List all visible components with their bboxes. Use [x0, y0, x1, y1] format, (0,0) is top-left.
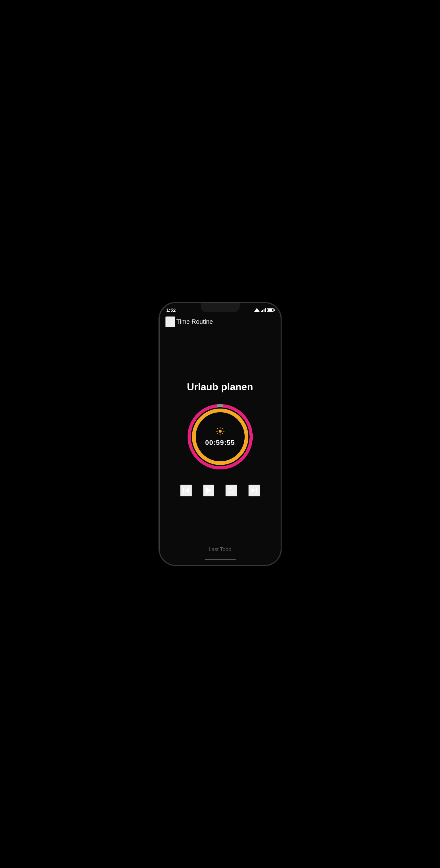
- status-right-icons: [254, 308, 274, 312]
- home-indicator[interactable]: [205, 559, 236, 560]
- phone-frame: 1:52: [160, 303, 281, 565]
- battery-icon: [267, 308, 274, 312]
- sun-icon: [215, 427, 224, 437]
- phone-screen: 1:52: [160, 303, 281, 565]
- svg-rect-5: [261, 311, 262, 312]
- replay-icon: [228, 487, 235, 494]
- svg-line-17: [217, 428, 218, 429]
- signal-icon: [254, 308, 260, 312]
- last-todo-label: Last Todo: [209, 547, 231, 553]
- next-button[interactable]: [248, 485, 260, 496]
- prev-button[interactable]: [180, 485, 192, 496]
- svg-marker-4: [254, 308, 260, 312]
- prev-icon: [183, 487, 190, 494]
- svg-marker-26: [251, 488, 256, 493]
- timer-center: 00:59:55: [205, 427, 235, 447]
- timer-display: 00:59:55: [205, 439, 235, 447]
- replay-button[interactable]: [226, 485, 237, 496]
- main-content: Urlaub planen: [160, 331, 281, 547]
- next-icon: [251, 487, 258, 494]
- status-time: 1:52: [167, 307, 176, 313]
- svg-point-12: [218, 430, 222, 433]
- svg-line-19: [222, 428, 223, 429]
- svg-rect-25: [256, 488, 257, 493]
- playback-controls: [180, 485, 260, 496]
- svg-rect-7: [264, 309, 265, 312]
- play-icon: [206, 487, 212, 494]
- svg-rect-21: [183, 488, 184, 493]
- svg-rect-8: [265, 308, 266, 312]
- svg-marker-24: [231, 487, 233, 489]
- svg-rect-6: [262, 310, 263, 312]
- bottom-area: Last Todo: [160, 547, 281, 565]
- svg-marker-22: [185, 488, 189, 493]
- page-title: Time Routine: [176, 318, 213, 326]
- svg-line-20: [217, 433, 218, 434]
- app-header: ← Time Routine: [160, 314, 281, 331]
- svg-marker-23: [206, 487, 211, 494]
- timer-circle-container: 00:59:55: [186, 403, 254, 471]
- back-button[interactable]: ←: [165, 316, 175, 327]
- play-button[interactable]: [203, 485, 214, 496]
- task-title: Urlaub planen: [187, 381, 253, 393]
- cell-icon: [261, 308, 266, 312]
- notch: [201, 303, 240, 312]
- svg-line-18: [222, 433, 223, 434]
